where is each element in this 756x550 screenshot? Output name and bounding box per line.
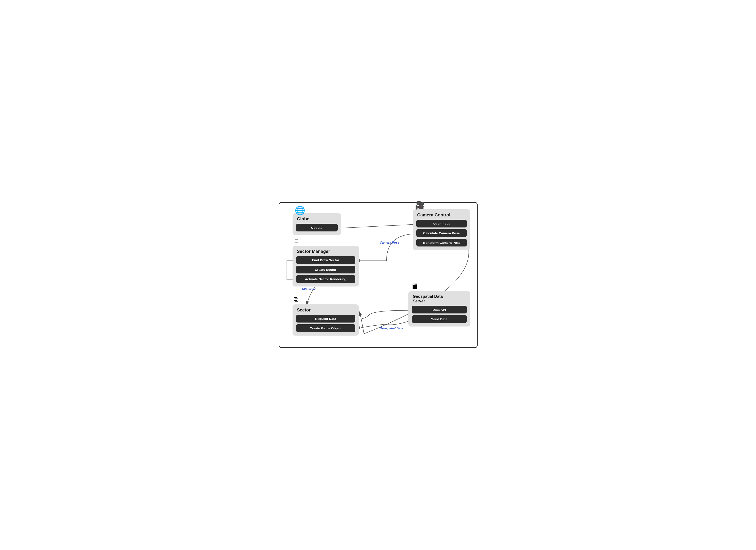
camera-control-box: 🎥 Camera Control User Input Calculate Ca… <box>413 209 470 250</box>
find-draw-sector-btn: Find Draw Sector <box>296 256 355 264</box>
sector-manager-box: ⧉ Sector Manager Find Draw Sector Create… <box>293 246 359 286</box>
geospatial-server-title: Geospatial DataServer <box>413 294 467 304</box>
globe-update-btn: Update <box>296 224 338 231</box>
globe-title: Globe <box>297 216 338 222</box>
camera-user-input-btn: User Input <box>416 220 467 227</box>
camera-icon: 🎥 <box>415 201 425 210</box>
create-sector-btn: Create Sector <box>296 266 355 273</box>
sector-icon: ⧉ <box>294 296 298 303</box>
create-game-object-btn: Create Game Object <box>296 324 355 332</box>
camera-calculate-btn: Calculate Camera Pose <box>416 229 467 237</box>
server-icon: 🖥 <box>411 282 418 290</box>
sector-manager-icon: ⧉ <box>294 237 298 245</box>
data-api-btn: Data API <box>412 306 467 313</box>
sector-title: Sector <box>297 307 355 313</box>
request-data-btn: Request Data <box>296 315 355 323</box>
globe-icon: 🌐 <box>295 206 305 215</box>
send-data-btn: Send Data <box>412 315 467 323</box>
sector-box: ⧉ Sector Request Data Create Game Object <box>293 304 359 336</box>
diagram-container: 🌐 Globe Update 🎥 Camera Control User Inp… <box>279 202 478 348</box>
globe-box: 🌐 Globe Update <box>293 213 341 235</box>
geospatial-server-box: 🖥 Geospatial DataServer Data API Send Da… <box>408 291 470 327</box>
sector-manager-title: Sector Manager <box>297 249 355 254</box>
activate-sector-btn: Activate Sector Rendering <box>296 275 355 283</box>
svg-marker-0 <box>279 203 281 204</box>
camera-control-title: Camera Control <box>417 212 467 218</box>
sector-id-label: Sector ID <box>302 287 316 290</box>
camera-pose-label: Camera Pose <box>380 241 400 244</box>
geospatial-data-label: Geospatial Data <box>380 327 403 330</box>
camera-transform-btn: Transform Camera Pose <box>416 239 467 246</box>
